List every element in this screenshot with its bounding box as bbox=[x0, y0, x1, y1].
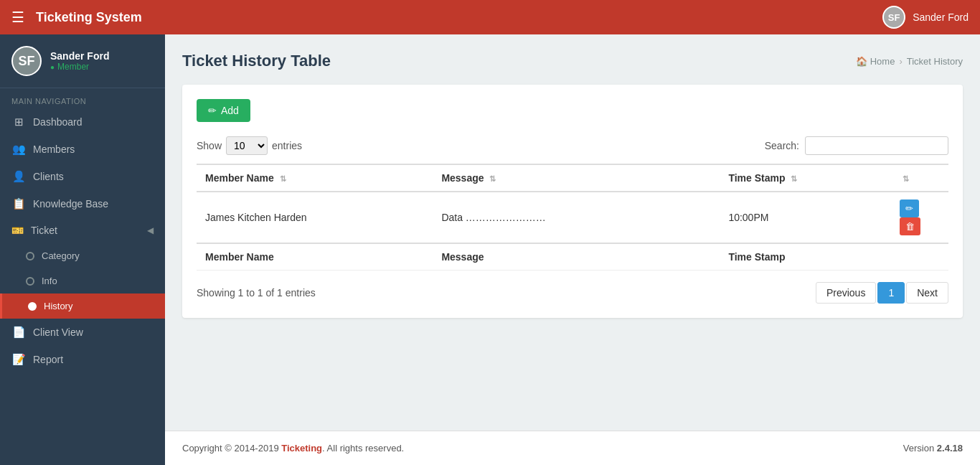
sidebar-item-dashboard[interactable]: ⊞ Dashboard bbox=[0, 108, 165, 136]
footer-brand: Ticketing bbox=[281, 443, 322, 454]
footer-rights: . All rights reserved. bbox=[322, 443, 404, 454]
sidebar-item-clients[interactable]: 👤 Clients bbox=[0, 163, 165, 190]
hamburger-icon[interactable]: ☰ bbox=[11, 9, 24, 26]
cell-member-name: James Kitchen Harden bbox=[197, 192, 433, 243]
sidebar-ticket-label: Ticket bbox=[31, 225, 57, 236]
sidebar-item-ticket[interactable]: 🎫 Ticket ◀ bbox=[0, 217, 165, 243]
cell-actions: ✏ 🗑 bbox=[891, 192, 948, 243]
ticket-icon: 🎫 bbox=[11, 225, 24, 236]
brand-title: Ticketing System bbox=[36, 10, 142, 25]
table-row: James Kitchen Harden Data …………………… 10:00… bbox=[197, 192, 948, 243]
sidebar-item-history[interactable]: History bbox=[0, 293, 165, 319]
user-name: Sander Ford bbox=[913, 11, 969, 23]
sidebar-item-info[interactable]: Info bbox=[0, 268, 165, 293]
prev-button[interactable]: Previous bbox=[816, 282, 876, 304]
col-timestamp[interactable]: Time Stamp ⇅ bbox=[720, 164, 891, 192]
brand-prefix: Ticketing bbox=[36, 10, 93, 24]
table-controls: Show 10 25 50 100 entries Search: bbox=[197, 136, 948, 155]
footer-actions bbox=[891, 243, 948, 271]
page-header: Ticket History Table 🏠 Home › Ticket His… bbox=[182, 52, 963, 70]
pencil-icon: ✏ bbox=[208, 105, 217, 116]
pagination-buttons: Previous 1 Next bbox=[816, 282, 948, 304]
page-title: Ticket History Table bbox=[182, 52, 331, 70]
sidebar-item-report[interactable]: 📝 Report bbox=[0, 346, 165, 373]
bullet-icon bbox=[28, 302, 37, 311]
version-label: Version bbox=[903, 443, 934, 454]
search-label: Search: bbox=[765, 140, 799, 151]
pagination-info: Showing 1 to 1 of 1 entries bbox=[197, 287, 316, 299]
show-label: Show bbox=[197, 140, 222, 151]
col-message[interactable]: Message ⇅ bbox=[433, 164, 720, 192]
breadcrumb: 🏠 Home › Ticket History bbox=[856, 56, 963, 67]
sidebar-item-client-view[interactable]: 📄 Client View bbox=[0, 319, 165, 346]
breadcrumb-home-label: Home bbox=[870, 56, 895, 67]
table-header-row: Member Name ⇅ Message ⇅ Time Stamp ⇅ bbox=[197, 164, 948, 192]
sidebar-profile: SF Sander Ford Member bbox=[0, 34, 165, 88]
topnav: ☰ Ticketing System SF Sander Ford bbox=[0, 0, 980, 34]
page-1-button[interactable]: 1 bbox=[877, 282, 905, 304]
main-card: ✏ Add Show 10 25 50 100 entries bbox=[182, 85, 963, 318]
sort-icon: ⇅ bbox=[903, 174, 909, 183]
col-member-name[interactable]: Member Name ⇅ bbox=[197, 164, 433, 192]
sidebar-item-label: Report bbox=[33, 354, 63, 365]
sidebar-item-label: Category bbox=[42, 250, 80, 261]
edit-button[interactable]: ✏ bbox=[900, 199, 919, 217]
sort-icon: ⇅ bbox=[280, 174, 286, 183]
breadcrumb-current: Ticket History bbox=[907, 56, 963, 67]
search-box: Search: bbox=[765, 136, 948, 155]
cell-message: Data …………………… bbox=[433, 192, 720, 243]
sidebar-item-label: History bbox=[44, 301, 72, 311]
sidebar-item-category[interactable]: Category bbox=[0, 243, 165, 268]
footer-member-name: Member Name bbox=[197, 243, 433, 271]
brand-suffix: System bbox=[93, 10, 142, 24]
entries-label: entries bbox=[272, 140, 302, 151]
next-button[interactable]: Next bbox=[906, 282, 948, 304]
sidebar-item-label: Client View bbox=[33, 327, 83, 338]
pagination-row: Showing 1 to 1 of 1 entries Previous 1 N… bbox=[197, 282, 948, 304]
add-label: Add bbox=[221, 105, 239, 116]
sidebar-item-members[interactable]: 👥 Members bbox=[0, 136, 165, 163]
sidebar-item-label: Members bbox=[33, 144, 75, 155]
show-entries: Show 10 25 50 100 entries bbox=[197, 136, 302, 155]
sidebar-item-label: Clients bbox=[33, 171, 64, 182]
col-actions: ⇅ bbox=[891, 164, 948, 192]
sidebar-item-label: Dashboard bbox=[33, 116, 83, 128]
breadcrumb-separator: › bbox=[899, 56, 902, 67]
members-icon: 👥 bbox=[11, 143, 26, 156]
sidebar-item-label: Knowledge Base bbox=[33, 198, 108, 210]
copyright-text: Copyright © 2014-2019 bbox=[182, 443, 281, 454]
home-icon: 🏠 bbox=[856, 56, 867, 67]
sidebar-username: Sander Ford bbox=[50, 50, 109, 62]
ticket-submenu: Category Info History bbox=[0, 243, 165, 319]
sidebar-item-label: Info bbox=[42, 276, 57, 286]
delete-button[interactable]: 🗑 bbox=[900, 217, 920, 235]
main-content: Ticket History Table 🏠 Home › Ticket His… bbox=[165, 34, 980, 431]
breadcrumb-home: 🏠 Home bbox=[856, 56, 895, 67]
sidebar-item-knowledge-base[interactable]: 📋 Knowledge Base bbox=[0, 190, 165, 217]
clients-icon: 👤 bbox=[11, 170, 26, 183]
topnav-user: SF Sander Ford bbox=[882, 6, 969, 29]
table-footer-row: Member Name Message Time Stamp bbox=[197, 243, 948, 271]
sidebar: SF Sander Ford Member MAIN NAVIGATION ⊞ … bbox=[0, 34, 165, 465]
sort-icon: ⇅ bbox=[791, 174, 797, 183]
add-button[interactable]: ✏ Add bbox=[197, 99, 250, 122]
user-avatar: SF bbox=[882, 6, 905, 29]
bullet-icon bbox=[26, 252, 34, 260]
main-area: Ticket History Table 🏠 Home › Ticket His… bbox=[165, 34, 980, 465]
search-input[interactable] bbox=[805, 136, 948, 155]
dashboard-icon: ⊞ bbox=[11, 116, 26, 128]
footer-timestamp: Time Stamp bbox=[720, 243, 891, 271]
entries-select[interactable]: 10 25 50 100 bbox=[226, 136, 268, 155]
sort-icon: ⇅ bbox=[489, 174, 496, 183]
knowledge-base-icon: 📋 bbox=[11, 197, 26, 210]
bullet-icon bbox=[26, 277, 34, 286]
footer-copyright: Copyright © 2014-2019 Ticketing. All rig… bbox=[182, 443, 404, 454]
sidebar-section-label: MAIN NAVIGATION bbox=[0, 88, 165, 108]
report-icon: 📝 bbox=[11, 353, 26, 366]
footer-message: Message bbox=[433, 243, 720, 271]
client-view-icon: 📄 bbox=[11, 326, 26, 339]
avatar: SF bbox=[11, 46, 42, 76]
cell-timestamp: 10:00PM bbox=[720, 192, 891, 243]
chevron-left-icon: ◀ bbox=[147, 225, 154, 235]
version-number: 2.4.18 bbox=[937, 443, 963, 454]
